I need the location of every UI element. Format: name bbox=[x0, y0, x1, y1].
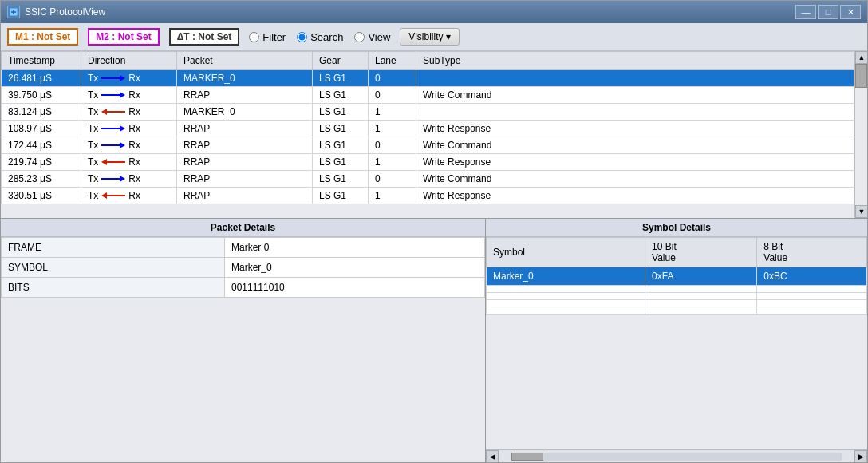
cell-gear: LS G1 bbox=[313, 121, 369, 137]
filter-radio[interactable]: Filter bbox=[249, 31, 286, 43]
cell-lane: 1 bbox=[369, 154, 416, 171]
title-bar-left: SSIC ProtocolView bbox=[7, 6, 105, 18]
cell-lane: 0 bbox=[369, 70, 416, 87]
visibility-button[interactable]: Visibility ▾ bbox=[400, 28, 459, 46]
symbol-details-panel: Symbol Details Symbol 10 BitValue 8 BitV… bbox=[486, 219, 867, 462]
cell-subtype: Write Response bbox=[416, 188, 854, 204]
cell-packet: RRAP bbox=[177, 188, 313, 204]
maximize-button[interactable]: □ bbox=[818, 5, 838, 19]
packet-table-scroll[interactable]: Timestamp Direction Packet Gear Lane Sub… bbox=[1, 51, 854, 218]
symbol-table-wrap[interactable]: Symbol 10 BitValue 8 BitValue Marker_00x… bbox=[486, 237, 867, 449]
cell-lane: 0 bbox=[369, 87, 416, 104]
close-button[interactable]: ✕ bbox=[840, 5, 861, 19]
search-radio[interactable]: Search bbox=[297, 31, 343, 43]
symbol-row[interactable] bbox=[487, 293, 867, 300]
symbol-cell: Marker_0 bbox=[487, 267, 645, 286]
minimize-button[interactable]: — bbox=[795, 5, 816, 19]
horizontal-scrollbar[interactable]: ◀ ▶ bbox=[486, 449, 867, 462]
view-radio[interactable]: View bbox=[354, 31, 390, 43]
cell-subtype: Write Response bbox=[416, 154, 854, 171]
col-header-direction: Direction bbox=[81, 52, 177, 70]
cell-packet: RRAP bbox=[177, 137, 313, 154]
detail-value: Marker 0 bbox=[225, 238, 485, 258]
cell-packet: MARKER_0 bbox=[177, 104, 313, 121]
cell-lane: 0 bbox=[369, 171, 416, 188]
bit10-cell bbox=[645, 300, 757, 307]
detail-value: Marker_0 bbox=[225, 258, 485, 278]
table-row[interactable]: 172.44 μSTx RxRRAPLS G10Write Command bbox=[2, 137, 854, 154]
cell-packet: RRAP bbox=[177, 154, 313, 171]
vertical-scrollbar[interactable]: ▲ ▼ bbox=[854, 51, 867, 218]
table-row[interactable]: 330.51 μSTx RxRRAPLS G11Write Response bbox=[2, 188, 854, 204]
cell-direction: Tx Rx bbox=[81, 87, 177, 104]
table-row[interactable]: 108.97 μSTx RxRRAPLS G11Write Response bbox=[2, 121, 854, 137]
cell-gear: LS G1 bbox=[313, 154, 369, 171]
details-tbody: FRAMEMarker 0SYMBOLMarker_0BITS001111101… bbox=[2, 238, 485, 298]
cell-direction: Tx Rx bbox=[81, 137, 177, 154]
details-row: SYMBOLMarker_0 bbox=[2, 258, 485, 278]
scrollbar-track[interactable] bbox=[511, 453, 842, 461]
bit8-cell bbox=[757, 286, 867, 293]
symbol-row[interactable]: Marker_00xFA0xBC bbox=[487, 267, 867, 286]
bit10-cell bbox=[645, 293, 757, 300]
scroll-track[interactable] bbox=[855, 64, 867, 205]
table-row[interactable]: 285.23 μSTx RxRRAPLS G10Write Command bbox=[2, 171, 854, 188]
cell-gear: LS G1 bbox=[313, 171, 369, 188]
dt-button[interactable]: ΔT : Not Set bbox=[169, 28, 240, 46]
cell-lane: 1 bbox=[369, 188, 416, 204]
cell-direction: Tx Rx bbox=[81, 104, 177, 121]
toolbar: M1 : Not Set M2 : Not Set ΔT : Not Set F… bbox=[1, 23, 867, 51]
m1-button[interactable]: M1 : Not Set bbox=[7, 28, 78, 46]
symbol-row[interactable] bbox=[487, 307, 867, 315]
cell-timestamp: 330.51 μS bbox=[2, 188, 81, 204]
main-content: Timestamp Direction Packet Gear Lane Sub… bbox=[1, 51, 867, 462]
scroll-left-arrow[interactable]: ◀ bbox=[486, 450, 499, 463]
table-row[interactable]: 26.481 μSTx RxMARKER_0LS G10 bbox=[2, 70, 854, 87]
scroll-up-arrow[interactable]: ▲ bbox=[855, 51, 867, 64]
bit8-cell: 0xBC bbox=[757, 267, 867, 286]
m2-button[interactable]: M2 : Not Set bbox=[88, 28, 159, 46]
col-header-packet: Packet bbox=[177, 52, 313, 70]
cell-subtype: Write Command bbox=[416, 171, 854, 188]
main-window: SSIC ProtocolView — □ ✕ M1 : Not Set M2 … bbox=[0, 0, 868, 463]
cell-lane: 1 bbox=[369, 104, 416, 121]
col-8bit: 8 BitValue bbox=[757, 238, 867, 267]
scroll-down-arrow[interactable]: ▼ bbox=[855, 205, 867, 218]
title-bar: SSIC ProtocolView — □ ✕ bbox=[1, 1, 867, 23]
cell-subtype: Write Command bbox=[416, 87, 854, 104]
symbol-table-body: Marker_00xFA0xBC bbox=[487, 267, 867, 315]
cell-direction: Tx Rx bbox=[81, 121, 177, 137]
cell-timestamp: 108.97 μS bbox=[2, 121, 81, 137]
table-row[interactable]: 219.74 μSTx RxRRAPLS G11Write Response bbox=[2, 154, 854, 171]
col-header-timestamp: Timestamp bbox=[2, 52, 81, 70]
symbol-table-header: Symbol 10 BitValue 8 BitValue bbox=[487, 238, 867, 267]
symbol-row[interactable] bbox=[487, 286, 867, 293]
details-table-wrap[interactable]: FRAMEMarker 0SYMBOLMarker_0BITS001111101… bbox=[1, 237, 485, 462]
arrow-left-icon bbox=[101, 158, 125, 166]
scrollbar-thumb[interactable] bbox=[511, 453, 543, 461]
packet-table: Timestamp Direction Packet Gear Lane Sub… bbox=[1, 51, 854, 204]
cell-direction: Tx Rx bbox=[81, 171, 177, 188]
symbol-cell bbox=[487, 307, 645, 315]
packet-details-panel: Packet Details FRAMEMarker 0SYMBOLMarker… bbox=[1, 219, 486, 462]
arrow-right-icon bbox=[101, 125, 125, 133]
bit8-cell bbox=[757, 300, 867, 307]
table-row[interactable]: 39.750 μSTx RxRRAPLS G10Write Command bbox=[2, 87, 854, 104]
arrow-right-icon bbox=[101, 141, 125, 149]
detail-value: 0011111010 bbox=[225, 278, 485, 298]
cell-packet: MARKER_0 bbox=[177, 70, 313, 87]
cell-gear: LS G1 bbox=[313, 104, 369, 121]
scroll-thumb[interactable] bbox=[855, 64, 867, 88]
arrow-right-icon bbox=[101, 175, 125, 183]
cell-direction: Tx Rx bbox=[81, 154, 177, 171]
window-title: SSIC ProtocolView bbox=[25, 6, 105, 18]
table-row[interactable]: 83.124 μSTx RxMARKER_0LS G11 bbox=[2, 104, 854, 121]
cell-subtype: Write Command bbox=[416, 137, 854, 154]
cell-subtype bbox=[416, 104, 854, 121]
bit8-cell bbox=[757, 293, 867, 300]
col-header-lane: Lane bbox=[369, 52, 416, 70]
cell-lane: 1 bbox=[369, 121, 416, 137]
scroll-right-arrow[interactable]: ▶ bbox=[854, 450, 867, 463]
symbol-row[interactable] bbox=[487, 300, 867, 307]
detail-field: BITS bbox=[2, 278, 225, 298]
